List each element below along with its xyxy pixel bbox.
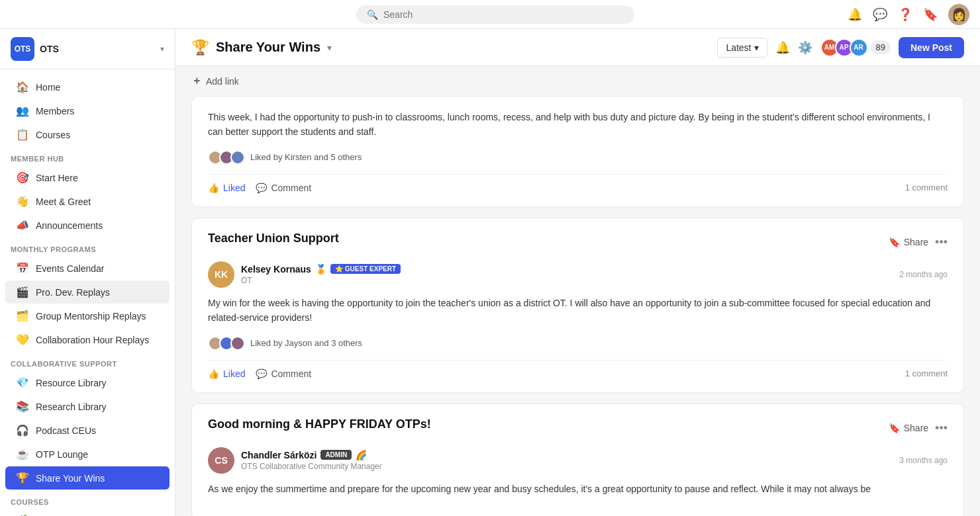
post-top-row-happy-friday: Good morning & HAPPY FRIDAY OTPs! 🔖 Shar… (208, 417, 948, 439)
sidebar-item-meet-greet[interactable]: 👋 Meet & Greet (5, 190, 170, 213)
sidebar-item-otp-lounge[interactable]: ☕ OTP Lounge (5, 443, 170, 466)
author-name-row-teacher-union: Kelsey Kornaus 🏅 ⭐ GUEST EXPERT (241, 264, 401, 275)
notification-bell-sub-icon[interactable]: 🔔 (775, 40, 790, 55)
sidebar-item-members-label: Members (36, 106, 74, 116)
admin-badge: ADMIN (320, 450, 352, 460)
post-top-row-teacher-union: Teacher Union Support 🔖 Share ••• (208, 232, 948, 253)
top-bar: 🔍 🔔 💬 ❓ 🔖 👩 (0, 0, 980, 29)
author-name-teacher-union: Kelsey Kornaus (241, 264, 311, 275)
comment-button-partial[interactable]: 💬 Comment (256, 183, 311, 193)
more-options-icon-happy-friday[interactable]: ••• (935, 421, 948, 435)
sidebar-item-courses[interactable]: 📋 Courses (5, 123, 170, 146)
sidebar: OTS OTS ▾ 🏠 Home 👥 Members 📋 Courses Mem… (0, 29, 175, 516)
sidebar-item-group-mentorship-label: Group Mentorship Replays (36, 311, 146, 322)
content-area: 🏆 Share Your Wins ▾ Latest ▾ 🔔 ⚙️ AM AP … (175, 29, 980, 516)
post-card-happy-friday: Good morning & HAPPY FRIDAY OTPs! 🔖 Shar… (191, 404, 964, 516)
help-icon[interactable]: ❓ (898, 7, 912, 22)
notification-bell-icon[interactable]: 🔔 (848, 7, 862, 22)
post-card-teacher-union: Teacher Union Support 🔖 Share ••• KK Kel… (191, 218, 964, 393)
sidebar-item-home-label: Home (36, 82, 60, 93)
sidebar-item-collab-hour-label: Collaboration Hour Replays (36, 335, 149, 345)
top-bar-icons: 🔔 💬 ❓ 🔖 👩 (848, 4, 969, 25)
sidebar-item-otp-label: OTP Lounge (36, 449, 88, 460)
bookmark-icon[interactable]: 🔖 (923, 7, 938, 22)
comment-count-teacher-union: 1 comment (905, 368, 948, 378)
trophy-icon: 🏆 (191, 39, 209, 56)
sidebar-chevron-icon[interactable]: ▾ (160, 44, 164, 54)
section-courses: Courses (0, 490, 175, 509)
sidebar-item-podcast-ceus[interactable]: 🎧 Podcast CEUs (5, 419, 170, 442)
sidebar-item-events-calendar[interactable]: 📅 Events Calendar (5, 257, 170, 280)
liked-button-teacher-union[interactable]: 👍 Liked (208, 368, 245, 379)
sidebar-item-collab-hour[interactable]: 💛 Collaboration Hour Replays (5, 328, 170, 351)
sidebar-item-start-here[interactable]: 🎯 Start Here (5, 166, 170, 189)
author-name-row-happy-friday: Chandler Sárközi ADMIN 🌈 (241, 450, 382, 460)
sidebar-item-pro-dev-replays[interactable]: 🎬 Pro. Dev. Replays (5, 280, 170, 304)
resource-library-icon: 💎 (16, 376, 29, 389)
thumbs-up-icon-teacher-union: 👍 (208, 368, 219, 379)
comment-button-teacher-union[interactable]: 💬 Comment (256, 368, 311, 379)
post-body-teacher-union: My win for the week is having the opport… (208, 296, 948, 325)
collab-hour-icon: 💛 (16, 333, 29, 346)
sidebar-item-events-label: Events Calendar (36, 263, 105, 274)
settings-gear-icon[interactable]: ⚙️ (798, 40, 812, 55)
share-label-happy-friday[interactable]: Share (904, 423, 928, 433)
sidebar-item-resource-library[interactable]: 💎 Resource Library (5, 371, 170, 394)
member-avatars: AM AP AR 89 (820, 38, 891, 57)
liked-button-partial[interactable]: 👍 Liked (208, 183, 245, 193)
more-options-icon-teacher-union[interactable]: ••• (935, 236, 948, 249)
sidebar-header[interactable]: OTS OTS ▾ (0, 29, 175, 69)
events-calendar-icon: 📅 (16, 262, 29, 275)
sidebar-logo: OTS (11, 37, 34, 61)
title-dropdown-icon[interactable]: ▾ (327, 42, 332, 53)
sidebar-item-announcements[interactable]: 📣 Announcements (5, 214, 170, 237)
post-actions-partial: 👍 Liked 💬 Comment 1 comment (208, 174, 948, 193)
author-row-happy-friday: CS Chandler Sárközi ADMIN 🌈 OTS Collabor… (208, 447, 948, 474)
sidebar-item-courses-label: Courses (36, 130, 70, 140)
search-bar[interactable]: 🔍 (356, 5, 634, 24)
author-avatar-happy-friday: CS (208, 447, 234, 474)
new-post-button[interactable]: New Post (899, 37, 964, 58)
sidebar-item-group-mentorship[interactable]: 🗂️ Group Mentorship Replays (5, 304, 170, 327)
sort-label: Latest (726, 42, 751, 53)
guest-expert-badge: ⭐ GUEST EXPERT (330, 264, 401, 274)
sidebar-item-home[interactable]: 🏠 Home (5, 75, 170, 99)
add-link-bar[interactable]: ＋ Add link (191, 66, 964, 96)
author-emoji-happy-friday: 🌈 (356, 450, 367, 460)
sidebar-item-share-wins-label: Share Your Wins (36, 473, 105, 484)
sidebar-item-announcements-label: Announcements (36, 220, 103, 231)
sidebar-item-members[interactable]: 👥 Members (5, 99, 170, 122)
author-info-happy-friday: Chandler Sárközi ADMIN 🌈 OTS Collaborati… (241, 450, 382, 471)
sidebar-item-share-your-wins[interactable]: 🏆 Share Your Wins (5, 466, 170, 490)
bookmark-post-icon[interactable]: 🔖 (889, 237, 900, 247)
post-time-teacher-union: 2 months ago (899, 270, 948, 279)
sidebar-brand-label: OTS (40, 44, 59, 54)
sort-button[interactable]: Latest ▾ (717, 38, 767, 58)
chat-icon[interactable]: 💬 (873, 7, 887, 22)
post-body-happy-friday: As we enjoy the summertime and prepare f… (208, 482, 948, 496)
comment-label-teacher-union: Comment (271, 368, 311, 379)
post-actions-left-teacher-union: 👍 Liked 💬 Comment (208, 368, 311, 379)
main-layout: OTS OTS ▾ 🏠 Home 👥 Members 📋 Courses Mem… (0, 29, 980, 516)
like-avatars-partial (208, 150, 245, 165)
post-title-happy-friday: Good morning & HAPPY FRIDAY OTPs! (208, 417, 431, 431)
post-meta-partial: Liked by Kirsten and 5 others (208, 150, 948, 165)
post-actions-teacher-union: 👍 Liked 💬 Comment 1 comment (208, 360, 948, 379)
plus-icon: ＋ (191, 74, 202, 88)
sidebar-item-pro-dev-label: Pro. Dev. Replays (36, 287, 110, 298)
search-input[interactable] (383, 9, 624, 20)
user-avatar[interactable]: 👩 (948, 4, 969, 25)
author-avatar-teacher-union: KK (208, 261, 234, 288)
share-label-teacher-union[interactable]: Share (904, 237, 928, 247)
courses-icon: 📋 (16, 128, 29, 141)
start-here-icon: 🎯 (16, 171, 29, 184)
sidebar-item-research-library[interactable]: 📚 Research Library (5, 395, 170, 418)
bookmark-post-happy-friday-icon[interactable]: 🔖 (889, 423, 900, 433)
comment-icon-teacher-union: 💬 (256, 368, 267, 379)
podcast-icon: 🎧 (16, 424, 29, 437)
feed-area: ＋ Add link This week, I had the opportun… (175, 66, 980, 516)
thumbs-up-icon-partial: 👍 (208, 183, 219, 193)
author-info-teacher-union: Kelsey Kornaus 🏅 ⭐ GUEST EXPERT OT (241, 264, 401, 285)
sidebar-item-az-school-ot[interactable]: 🍎 A-Z school-based OT (5, 509, 170, 516)
author-sub-teacher-union: OT (241, 276, 401, 285)
